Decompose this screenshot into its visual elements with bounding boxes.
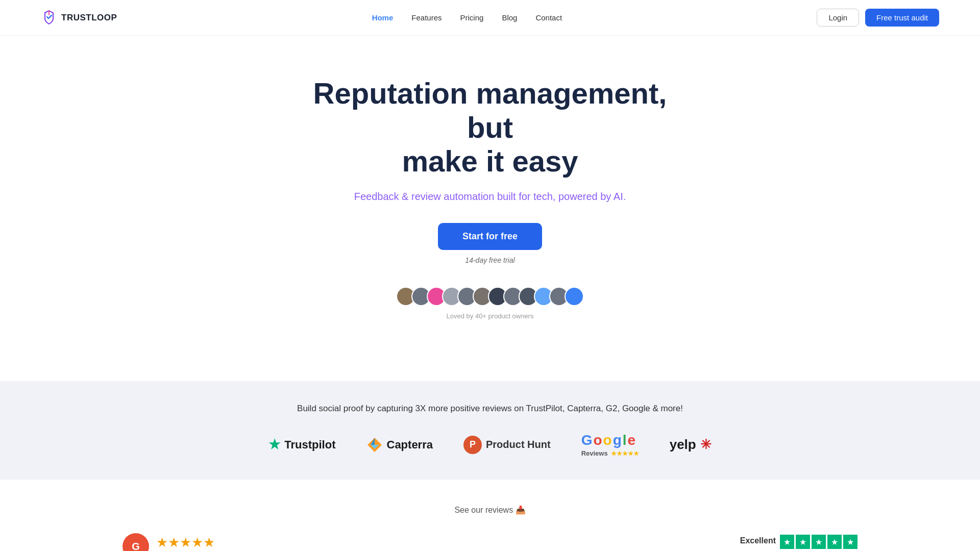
product-hunt-icon: P xyxy=(463,436,482,454)
nav-pricing[interactable]: Pricing xyxy=(460,13,484,22)
hero-heading: Reputation management, but make it easy xyxy=(311,77,669,179)
yelp-logo: yelp ✳ xyxy=(670,437,712,453)
social-proof-description: Build social proof by capturing 3X more … xyxy=(41,404,939,414)
review-badges: G ★★★★★ 4.9 out of 5 Excellent ★ ★ ★ ★ ★… xyxy=(41,533,939,551)
tp-rating-squares: ★ ★ ★ ★ ★ xyxy=(780,535,857,549)
avatar-group xyxy=(10,287,970,306)
social-proof-band: Build social proof by capturing 3X more … xyxy=(0,381,980,480)
login-button[interactable]: Login xyxy=(817,9,859,27)
see-reviews-label: See our reviews 📥 xyxy=(41,505,939,515)
tp-excellent-label: Excellent xyxy=(740,536,776,545)
product-hunt-label: Product Hunt xyxy=(486,439,551,450)
logo-icon xyxy=(41,10,57,26)
trial-text: 14-day free trial xyxy=(10,256,970,264)
google-g-icon: G xyxy=(581,432,593,448)
navbar: TRUSTLOOP Home Features Pricing Blog Con… xyxy=(0,0,980,36)
avatar xyxy=(565,287,584,306)
platform-logos: ★ Trustpilot Capterra P Product Hunt G o… xyxy=(41,432,939,457)
nav-actions: Login Free trust audit xyxy=(817,9,939,27)
g2-rating: ★★★★★ 4.9 out of 5 xyxy=(156,535,215,551)
loved-by-text: Loved by 40+ product owners xyxy=(10,312,970,320)
nav-contact[interactable]: Contact xyxy=(535,13,562,22)
g2-stars: ★★★★★ xyxy=(156,535,215,550)
tp-sq-3: ★ xyxy=(812,535,826,549)
nav-blog[interactable]: Blog xyxy=(502,13,517,22)
capterra-logo: Capterra xyxy=(366,437,433,453)
trustpilot-star-icon: ★ xyxy=(268,437,280,453)
yelp-label: yelp xyxy=(670,437,696,453)
capterra-icon xyxy=(366,437,383,453)
yelp-burst-icon: ✳ xyxy=(700,437,712,453)
tp-sq-4: ★ xyxy=(827,535,842,549)
hero-subheading: Feedback & review automation built for t… xyxy=(10,191,970,203)
start-free-button[interactable]: Start for free xyxy=(438,223,542,250)
tp-sq-1: ★ xyxy=(780,535,794,549)
nav-links: Home Features Pricing Blog Contact xyxy=(372,13,562,22)
g2-badge: G ★★★★★ 4.9 out of 5 xyxy=(122,533,215,551)
google-logo: G o o g l e Reviews ★★★★★ xyxy=(581,432,639,457)
google-stars-icon: ★★★★★ xyxy=(611,450,639,457)
hero-section: Reputation management, but make it easy … xyxy=(0,36,980,381)
free-audit-button[interactable]: Free trust audit xyxy=(865,9,939,27)
g2-logo-icon: G xyxy=(122,533,149,551)
nav-features[interactable]: Features xyxy=(411,13,442,22)
reviews-section: See our reviews 📥 G ★★★★★ 4.9 out of 5 E… xyxy=(0,480,980,551)
capterra-label: Capterra xyxy=(387,438,433,452)
logo-link[interactable]: TRUSTLOOP xyxy=(41,10,117,26)
google-reviews-label: Reviews xyxy=(581,449,608,457)
tp-sq-2: ★ xyxy=(796,535,810,549)
nav-home[interactable]: Home xyxy=(372,13,394,22)
logo-text: TRUSTLOOP xyxy=(61,13,117,23)
product-hunt-logo: P Product Hunt xyxy=(463,436,551,454)
tp-sq-5: ★ xyxy=(843,535,857,549)
trustpilot-logo: ★ Trustpilot xyxy=(268,437,335,453)
trustpilot-badge: Excellent ★ ★ ★ ★ ★ Based on 9 reviews o… xyxy=(740,535,857,551)
trustpilot-label: Trustpilot xyxy=(284,438,335,452)
